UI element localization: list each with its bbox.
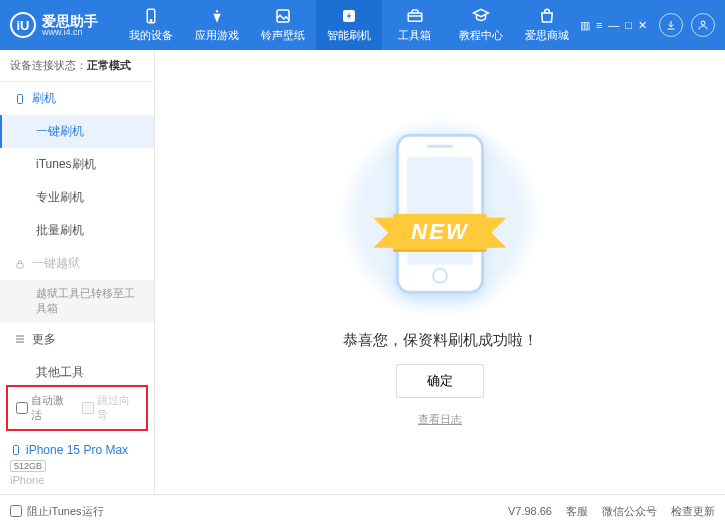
shirt-icon[interactable]: ▥	[580, 19, 590, 32]
device-name: iPhone 15 Pro Max	[26, 443, 128, 457]
svg-point-1	[150, 20, 152, 22]
version-label: V7.98.66	[508, 505, 552, 517]
menu-icon[interactable]: ≡	[596, 19, 602, 32]
nav-store[interactable]: 爱思商城	[514, 0, 580, 50]
tutorial-icon	[472, 7, 490, 25]
sidebar-section-more[interactable]: 更多	[0, 323, 154, 356]
nav-apps[interactable]: 应用游戏	[184, 0, 250, 50]
sidebar-section-flash[interactable]: 刷机	[0, 82, 154, 115]
view-log-link[interactable]: 查看日志	[418, 412, 462, 427]
footer-link-update[interactable]: 检查更新	[671, 504, 715, 519]
nav-label: 我的设备	[129, 28, 173, 43]
device-info: iPhone 15 Pro Max 512GB iPhone	[0, 437, 154, 494]
logo-icon: iU	[10, 12, 36, 38]
sidebar: 设备连接状态：正常模式 刷机 一键刷机 iTunes刷机 专业刷机 批量刷机 一…	[0, 50, 155, 494]
phone-icon	[10, 444, 22, 456]
nav-label: 铃声壁纸	[261, 28, 305, 43]
main-content: NEW 恭喜您，保资料刷机成功啦！ 确定 查看日志	[155, 50, 725, 494]
apps-icon	[208, 7, 226, 25]
user-button[interactable]	[691, 13, 715, 37]
sidebar-item-pro-flash[interactable]: 专业刷机	[0, 181, 154, 214]
close-icon[interactable]: ✕	[638, 19, 647, 32]
brand-url: www.i4.cn	[42, 28, 98, 37]
new-ribbon: NEW	[393, 214, 486, 250]
device-status: 设备连接状态：正常模式	[0, 50, 154, 82]
window-controls: ▥ ≡ — □ ✕	[580, 13, 715, 37]
phone-icon	[142, 7, 160, 25]
nav-ringtones[interactable]: 铃声壁纸	[250, 0, 316, 50]
nav-flash[interactable]: 智能刷机	[316, 0, 382, 50]
svg-rect-8	[14, 446, 19, 455]
device-name-row[interactable]: iPhone 15 Pro Max	[10, 443, 144, 457]
sidebar-item-itunes-flash[interactable]: iTunes刷机	[0, 148, 154, 181]
checkbox-block-itunes[interactable]: 阻止iTunes运行	[10, 504, 104, 519]
ok-button[interactable]: 确定	[396, 364, 484, 398]
flash-icon	[340, 7, 358, 25]
device-type: iPhone	[10, 474, 144, 486]
ribbon-text: NEW	[393, 214, 486, 250]
sidebar-item-oneclick-flash[interactable]: 一键刷机	[0, 115, 154, 148]
device-storage: 512GB	[10, 460, 46, 472]
nav-label: 工具箱	[398, 28, 431, 43]
checkbox-label: 阻止iTunes运行	[27, 504, 104, 519]
minimize-icon[interactable]: —	[608, 19, 619, 32]
toolbox-icon	[406, 7, 424, 25]
checkbox-label: 跳过向导	[97, 393, 138, 423]
nav-label: 应用游戏	[195, 28, 239, 43]
options-box: 自动激活 跳过向导	[6, 385, 148, 431]
sidebar-jailbreak-note: 越狱工具已转移至工具箱	[0, 280, 154, 323]
svg-point-5	[701, 21, 705, 25]
download-button[interactable]	[659, 13, 683, 37]
section-title: 一键越狱	[32, 255, 80, 272]
section-title: 更多	[32, 331, 56, 348]
brand-name: 爱思助手	[42, 14, 98, 28]
download-icon	[665, 19, 677, 31]
phone-icon	[14, 93, 26, 105]
checkbox-skip-guide[interactable]: 跳过向导	[82, 393, 138, 423]
maximize-icon[interactable]: □	[625, 19, 632, 32]
user-icon	[697, 19, 709, 31]
top-nav: 我的设备 应用游戏 铃声壁纸 智能刷机 工具箱 教程中心 爱思商城	[118, 0, 580, 50]
nav-tutorials[interactable]: 教程中心	[448, 0, 514, 50]
status-value: 正常模式	[87, 59, 131, 71]
nav-my-device[interactable]: 我的设备	[118, 0, 184, 50]
lock-icon	[14, 258, 26, 270]
nav-toolbox[interactable]: 工具箱	[382, 0, 448, 50]
section-title: 刷机	[32, 90, 56, 107]
sidebar-section-jailbreak: 一键越狱	[0, 247, 154, 280]
sidebar-item-other-tools[interactable]: 其他工具	[0, 356, 154, 379]
list-icon	[14, 333, 26, 345]
success-message: 恭喜您，保资料刷机成功啦！	[343, 331, 538, 350]
svg-rect-4	[408, 13, 422, 21]
nav-label: 教程中心	[459, 28, 503, 43]
footer-link-support[interactable]: 客服	[566, 504, 588, 519]
nav-label: 爱思商城	[525, 28, 569, 43]
checkbox-label: 自动激活	[31, 393, 72, 423]
checkbox-auto-activate[interactable]: 自动激活	[16, 393, 72, 423]
svg-rect-6	[18, 94, 23, 103]
svg-rect-7	[17, 263, 23, 268]
footer: 阻止iTunes运行 V7.98.66 客服 微信公众号 检查更新	[0, 494, 725, 527]
nav-label: 智能刷机	[327, 28, 371, 43]
store-icon	[538, 7, 556, 25]
footer-link-wechat[interactable]: 微信公众号	[602, 504, 657, 519]
status-prefix: 设备连接状态：	[10, 59, 87, 71]
brand-logo: iU 爱思助手 www.i4.cn	[10, 12, 118, 38]
titlebar: iU 爱思助手 www.i4.cn 我的设备 应用游戏 铃声壁纸 智能刷机 工具…	[0, 0, 725, 50]
sidebar-item-batch-flash[interactable]: 批量刷机	[0, 214, 154, 247]
wallpaper-icon	[274, 7, 292, 25]
hero-illustration: NEW	[340, 117, 540, 317]
